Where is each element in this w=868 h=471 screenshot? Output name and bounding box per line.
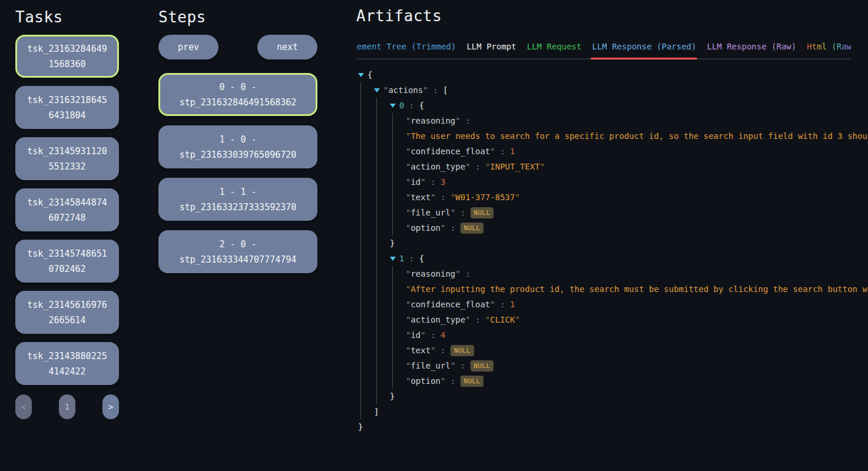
step-button[interactable]: 1 - 1 - stp_231633237333592370	[158, 178, 317, 221]
indent-guide	[358, 130, 374, 142]
tab-llm-response-raw[interactable]: LLM Response (Raw)	[707, 42, 796, 59]
tab-llm-request[interactable]: LLM Request	[527, 42, 582, 59]
json-colon: :	[471, 313, 485, 326]
json-line: "action_type" : "CLICK"	[358, 312, 851, 327]
null-badge: NULL	[471, 207, 494, 218]
indent-guide	[358, 191, 374, 204]
json-punctuation: }	[390, 390, 395, 403]
json-line: "option" : NULL	[358, 373, 851, 389]
json-number-value: 1	[510, 298, 515, 311]
indent-guide	[358, 160, 374, 173]
indent-guide	[358, 283, 374, 296]
json-colon: :	[428, 84, 443, 97]
json-punctuation: ]	[374, 405, 379, 418]
json-line: {	[358, 67, 851, 82]
task-id-label: tsk_231632186456431804	[25, 92, 109, 123]
indent-guide	[390, 175, 406, 188]
task-button[interactable]: tsk_231456169762665614	[15, 291, 119, 334]
collapse-toggle-icon[interactable]	[374, 88, 380, 92]
json-colon: :	[460, 267, 471, 280]
indent-guide	[358, 374, 374, 387]
json-colon: :	[495, 298, 510, 311]
json-punctuation: [	[443, 84, 448, 97]
steps-prev-button[interactable]: prev	[158, 35, 218, 59]
step-id-label: stp_231632846491568362	[180, 95, 297, 110]
indent-guide	[390, 221, 406, 234]
json-key: option	[410, 374, 440, 387]
json-line: }	[358, 419, 851, 434]
json-colon: :	[471, 160, 485, 173]
indent-guide	[390, 130, 406, 142]
task-button[interactable]: tsk_231459311205512332	[15, 137, 119, 180]
indent-guide	[374, 313, 390, 326]
tasks-panel: Tasks tsk_231632846491568360 tsk_2316321…	[15, 8, 119, 419]
json-key: text	[410, 191, 430, 204]
indent-guide	[358, 359, 374, 372]
json-line: "After inputting the product id, the sea…	[358, 281, 851, 297]
indent-guide	[390, 267, 406, 280]
collapse-toggle-icon[interactable]	[390, 257, 396, 261]
indent-guide	[358, 298, 374, 311]
tab-llm-prompt[interactable]: LLM Prompt	[466, 42, 516, 59]
json-key: reasoning	[410, 114, 455, 127]
indent-guide	[390, 283, 406, 296]
indent-guide	[358, 313, 374, 326]
indent-guide	[374, 206, 390, 219]
tab-element-tree-trimmed[interactable]: Element Tree (Trimmed)	[356, 42, 456, 59]
json-key: file_url	[410, 359, 450, 372]
task-button[interactable]: tsk_231632846491568360	[15, 35, 119, 78]
indent-guide	[358, 267, 374, 280]
json-line: }	[358, 389, 851, 404]
indent-guide	[390, 114, 406, 127]
null-badge: NULL	[450, 345, 474, 356]
pagination-prev-button[interactable]: <	[15, 394, 32, 419]
json-viewer: {"actions" : [0 : {"reasoning" :"The use…	[356, 67, 851, 434]
json-colon: :	[436, 344, 450, 357]
json-line: "reasoning" :	[358, 113, 851, 128]
json-punctuation: {	[367, 68, 372, 81]
json-line: "file_url" : NULL	[358, 205, 851, 220]
json-index: 0	[399, 99, 404, 112]
task-button[interactable]: tsk_231458448746072748	[15, 188, 119, 231]
task-button[interactable]: tsk_231438802254142422	[15, 342, 119, 385]
indent-guide	[390, 298, 406, 311]
step-button[interactable]: 2 - 0 - stp_231633344707774794	[158, 230, 317, 273]
indent-guide	[374, 237, 390, 250]
pagination-page-button[interactable]: 1	[59, 394, 75, 419]
pagination-next-button[interactable]: >	[102, 394, 119, 419]
json-number-value: 1	[510, 145, 515, 158]
json-string-value: CLICK	[490, 313, 515, 326]
indent-guide	[358, 206, 374, 219]
tasks-title: Tasks	[15, 8, 119, 26]
json-line: "id" : 4	[358, 327, 851, 343]
indent-guide	[374, 359, 390, 372]
json-line: "reasoning" :	[358, 266, 851, 281]
indent-guide	[358, 175, 374, 188]
collapse-toggle-icon[interactable]	[358, 73, 364, 77]
steps-next-button[interactable]: next	[257, 35, 317, 59]
tab-llm-response-parsed[interactable]: LLM Response (Parsed)	[592, 42, 696, 59]
step-prefix-label: 0 - 0 -	[219, 79, 256, 95]
collapse-toggle-icon[interactable]	[390, 104, 396, 108]
indent-guide	[358, 237, 374, 250]
task-id-label: tsk_231456169762665614	[25, 297, 109, 328]
tab-html-raw[interactable]: Html (Raw)	[807, 42, 851, 59]
indent-guide	[374, 175, 390, 188]
indent-guide	[374, 99, 390, 112]
json-line: "confidence_float" : 1	[358, 297, 851, 312]
json-string-value: INPUT_TEXT	[490, 160, 539, 173]
task-button[interactable]: tsk_231457486510702462	[15, 240, 119, 283]
json-colon: :	[426, 175, 440, 188]
indent-guide	[374, 283, 390, 296]
step-button[interactable]: 1 - 0 - stp_231633039765096720	[158, 125, 317, 168]
task-id-label: tsk_231457486510702462	[25, 246, 109, 277]
step-button[interactable]: 0 - 0 - stp_231632846491568362	[158, 73, 317, 116]
tasks-pagination: < 1 >	[15, 394, 119, 419]
indent-guide	[374, 160, 390, 173]
json-punctuation: {	[419, 252, 424, 265]
json-key: actions	[388, 84, 423, 97]
indent-guide	[390, 191, 406, 204]
indent-guide	[358, 405, 374, 418]
indent-guide	[390, 160, 406, 173]
task-button[interactable]: tsk_231632186456431804	[15, 86, 119, 129]
